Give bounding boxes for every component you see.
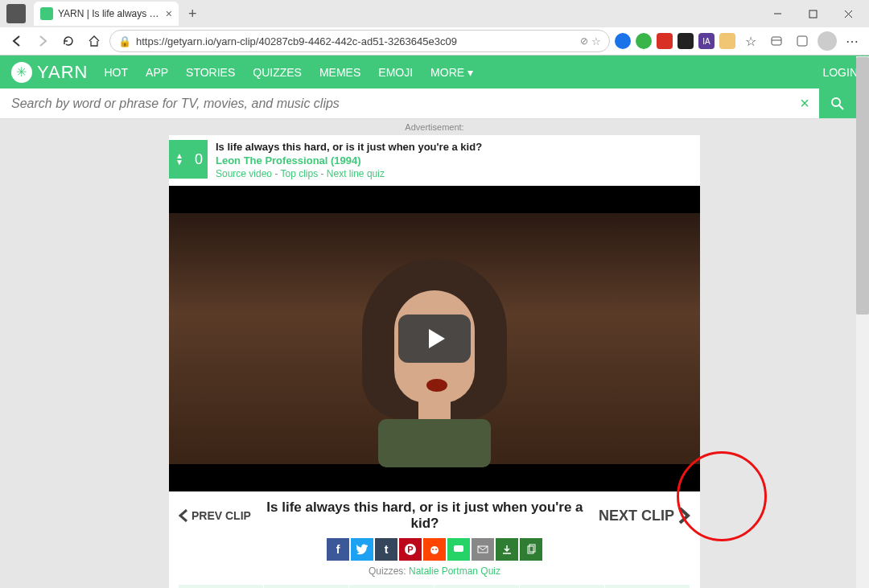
extension-icon[interactable] bbox=[636, 33, 652, 49]
menu-button[interactable]: ⋯ bbox=[842, 31, 863, 51]
source-video-link[interactable]: Source video bbox=[216, 168, 272, 179]
nav-emoji[interactable]: EMOJI bbox=[378, 66, 413, 79]
nav-more[interactable]: MORE ▾ bbox=[430, 66, 473, 79]
svg-point-7 bbox=[832, 98, 840, 106]
clip-quote-main: Is life always this hard, or is it just … bbox=[251, 500, 599, 532]
play-icon bbox=[429, 329, 445, 348]
story-button[interactable]: ◯STORY bbox=[434, 585, 520, 588]
favorites-button[interactable]: ☆ bbox=[740, 31, 761, 51]
nav-refresh-button[interactable] bbox=[58, 31, 79, 51]
vote-box[interactable]: ▲▼ 0 bbox=[169, 140, 208, 179]
svg-rect-17 bbox=[529, 545, 535, 552]
search-input[interactable] bbox=[0, 88, 790, 118]
svg-point-13 bbox=[435, 549, 437, 550]
url-bar[interactable]: 🔒 ⊘ ☆ bbox=[109, 30, 610, 52]
new-tab-button[interactable]: + bbox=[183, 4, 202, 24]
svg-rect-1 bbox=[809, 10, 817, 18]
share-email[interactable] bbox=[472, 538, 494, 561]
browser-toolbar: 🔒 ⊘ ☆ IA ☆ ⋯ bbox=[0, 27, 869, 56]
share-tumblr[interactable]: t bbox=[375, 538, 397, 561]
nav-links: HOT APP STORIES QUIZZES MEMES EMOJI MORE… bbox=[105, 66, 473, 79]
vote-count: 0 bbox=[195, 151, 203, 168]
below-video: PREV CLIP Is life always this hard, or i… bbox=[169, 491, 700, 588]
share-row: f t P bbox=[179, 538, 690, 561]
brand-text: YARN bbox=[37, 62, 89, 83]
site-header: ✳ YARN HOT APP STORIES QUIZZES MEMES EMO… bbox=[0, 56, 869, 88]
extension-icon[interactable] bbox=[719, 33, 735, 49]
url-input[interactable] bbox=[136, 35, 580, 47]
share-copy[interactable] bbox=[520, 538, 542, 561]
svg-rect-16 bbox=[528, 546, 533, 553]
svg-rect-14 bbox=[454, 545, 463, 552]
caret-down-icon: ▾ bbox=[467, 66, 473, 79]
next-clip-button[interactable]: NEXT CLIP bbox=[599, 507, 690, 524]
browser-titlebar: YARN | Is life always this hard, or × + bbox=[0, 0, 869, 27]
embed-button[interactable]: ✎EMBED bbox=[264, 585, 349, 588]
window-close-button[interactable] bbox=[830, 2, 866, 26]
window-maximize-button[interactable] bbox=[795, 2, 830, 26]
clip-movie-title[interactable]: Leon The Professional (1994) bbox=[216, 154, 482, 167]
app-menu-icon[interactable] bbox=[6, 4, 26, 23]
nav-back-button[interactable] bbox=[6, 31, 27, 51]
chevron-left-icon bbox=[179, 509, 188, 522]
reader-icon[interactable]: ⊘ bbox=[580, 35, 588, 47]
share-button[interactable]: ↗SHARE bbox=[605, 585, 690, 588]
svg-rect-4 bbox=[772, 37, 781, 45]
window-minimize-button[interactable] bbox=[760, 2, 795, 26]
extension-icon[interactable] bbox=[657, 33, 673, 49]
next-line-quiz-link[interactable]: Next line quiz bbox=[327, 168, 385, 179]
gif-button[interactable]: 🖼GIF bbox=[349, 585, 434, 588]
favorite-icon[interactable]: ☆ bbox=[591, 35, 601, 47]
nav-quizzes[interactable]: QUIZZES bbox=[253, 66, 302, 79]
login-button[interactable]: LOGIN bbox=[822, 66, 858, 79]
collections-button[interactable] bbox=[766, 31, 787, 51]
search-icon bbox=[830, 96, 846, 112]
extension-icon[interactable]: IA bbox=[698, 33, 715, 49]
prev-clip-button[interactable]: PREV CLIP bbox=[179, 509, 251, 522]
browser-tab[interactable]: YARN | Is life always this hard, or × bbox=[34, 2, 179, 26]
share-facebook[interactable]: f bbox=[327, 538, 349, 561]
tab-close-icon[interactable]: × bbox=[166, 7, 172, 20]
share-sms[interactable] bbox=[447, 538, 470, 561]
vote-arrows-icon: ▲▼ bbox=[175, 153, 183, 166]
video-player[interactable] bbox=[169, 186, 700, 491]
svg-text:P: P bbox=[407, 545, 413, 554]
nav-stories[interactable]: STORIES bbox=[186, 66, 235, 79]
clip-quote-top: Is life always this hard, or is it just … bbox=[216, 140, 482, 154]
share-reddit[interactable] bbox=[423, 538, 446, 561]
top-clips-link[interactable]: Top clips bbox=[281, 168, 319, 179]
site-logo[interactable]: ✳ YARN bbox=[11, 62, 89, 83]
nav-memes[interactable]: MEMES bbox=[319, 66, 360, 79]
profile-avatar[interactable] bbox=[818, 31, 837, 51]
scrollbar-thumb[interactable] bbox=[856, 57, 869, 315]
nav-forward-button[interactable] bbox=[32, 31, 53, 51]
extension-icon[interactable] bbox=[615, 33, 631, 49]
quiz-link[interactable]: Natalie Portman Quiz bbox=[409, 565, 500, 577]
nav-app[interactable]: APP bbox=[146, 66, 168, 79]
ad-label: Advertisement: bbox=[0, 119, 869, 135]
like-button[interactable]: ♡LIKE bbox=[179, 585, 264, 588]
extension-icon[interactable] bbox=[677, 33, 694, 49]
yarn-icon: ✳ bbox=[11, 62, 32, 83]
search-button[interactable] bbox=[819, 88, 856, 118]
nav-home-button[interactable] bbox=[84, 31, 105, 51]
svg-point-12 bbox=[432, 549, 434, 550]
tab-title: YARN | Is life always this hard, or bbox=[58, 8, 161, 19]
share-twitter[interactable] bbox=[351, 538, 373, 561]
search-clear-button[interactable]: × bbox=[790, 88, 819, 118]
action-bar: ♡LIKE ✎EMBED 🖼GIF ◯STORY MAKE MEME ↗SHAR… bbox=[179, 585, 690, 588]
nav-hot[interactable]: HOT bbox=[105, 66, 129, 79]
share-download[interactable] bbox=[496, 538, 518, 561]
main-column: ▲▼ 0 Is life always this hard, or is it … bbox=[169, 135, 700, 588]
scrollbar-track[interactable] bbox=[856, 56, 869, 588]
play-button[interactable] bbox=[398, 315, 471, 363]
clip-info-row: ▲▼ 0 Is life always this hard, or is it … bbox=[169, 135, 700, 186]
svg-line-8 bbox=[839, 105, 843, 109]
chevron-right-icon bbox=[677, 507, 690, 524]
add-tab-button[interactable] bbox=[792, 31, 813, 51]
quiz-line: Quizzes: Natalie Portman Quiz bbox=[179, 565, 690, 577]
svg-point-11 bbox=[430, 546, 439, 554]
meme-button[interactable]: MAKE MEME bbox=[520, 585, 605, 588]
share-pinterest[interactable]: P bbox=[399, 538, 422, 561]
svg-rect-6 bbox=[797, 36, 807, 46]
